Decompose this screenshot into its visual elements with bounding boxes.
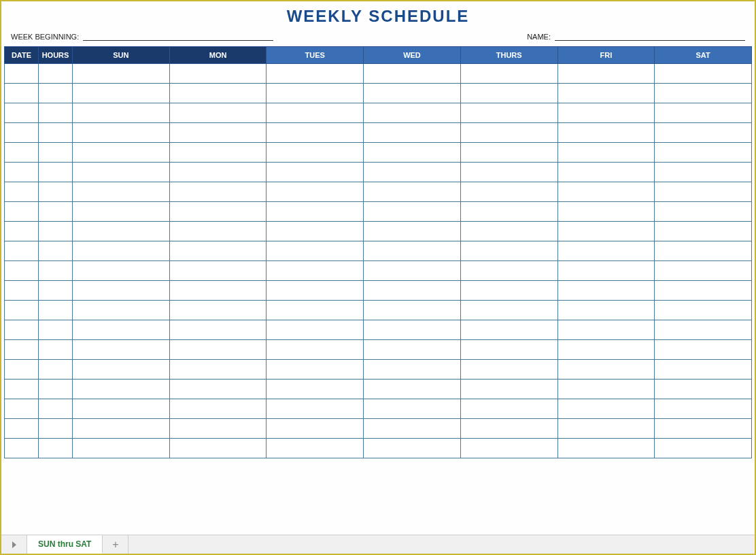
table-cell[interactable]: [655, 163, 752, 182]
table-cell[interactable]: [39, 261, 73, 281]
table-cell[interactable]: [5, 202, 39, 222]
table-cell[interactable]: [267, 419, 364, 439]
table-cell[interactable]: [655, 261, 752, 281]
table-cell[interactable]: [5, 123, 39, 143]
table-cell[interactable]: [267, 380, 364, 399]
table-cell[interactable]: [169, 399, 267, 419]
table-cell[interactable]: [267, 64, 364, 84]
table-cell[interactable]: [655, 340, 752, 360]
table-cell[interactable]: [364, 419, 461, 439]
table-cell[interactable]: [169, 163, 267, 182]
table-cell[interactable]: [364, 64, 461, 84]
table-cell[interactable]: [267, 103, 364, 123]
table-cell[interactable]: [655, 439, 752, 458]
table-cell[interactable]: [5, 419, 39, 439]
table-cell[interactable]: [169, 340, 267, 360]
table-cell[interactable]: [364, 320, 461, 340]
table-cell[interactable]: [655, 399, 752, 419]
table-cell[interactable]: [5, 163, 39, 182]
table-cell[interactable]: [364, 360, 461, 380]
table-cell[interactable]: [460, 380, 557, 399]
table-cell[interactable]: [557, 360, 655, 380]
table-cell[interactable]: [169, 123, 267, 143]
table-cell[interactable]: [5, 241, 39, 261]
table-cell[interactable]: [267, 301, 364, 320]
table-cell[interactable]: [557, 163, 655, 182]
table-cell[interactable]: [460, 360, 557, 380]
table-cell[interactable]: [39, 182, 73, 202]
table-cell[interactable]: [73, 103, 170, 123]
table-cell[interactable]: [557, 320, 655, 340]
table-cell[interactable]: [39, 301, 73, 320]
table-cell[interactable]: [655, 241, 752, 261]
table-cell[interactable]: [655, 281, 752, 301]
table-cell[interactable]: [267, 281, 364, 301]
table-cell[interactable]: [5, 281, 39, 301]
tab-scroll-right-button[interactable]: [1, 535, 27, 554]
table-cell[interactable]: [460, 301, 557, 320]
table-cell[interactable]: [364, 340, 461, 360]
table-cell[interactable]: [39, 222, 73, 241]
table-cell[interactable]: [169, 320, 267, 340]
table-cell[interactable]: [267, 439, 364, 458]
table-cell[interactable]: [39, 439, 73, 458]
table-cell[interactable]: [39, 380, 73, 399]
table-cell[interactable]: [460, 340, 557, 360]
table-cell[interactable]: [5, 320, 39, 340]
table-cell[interactable]: [169, 281, 267, 301]
table-cell[interactable]: [73, 202, 170, 222]
table-cell[interactable]: [73, 281, 170, 301]
table-cell[interactable]: [557, 123, 655, 143]
table-cell[interactable]: [557, 222, 655, 241]
table-cell[interactable]: [655, 182, 752, 202]
table-cell[interactable]: [39, 202, 73, 222]
table-cell[interactable]: [460, 103, 557, 123]
table-cell[interactable]: [460, 202, 557, 222]
table-cell[interactable]: [39, 320, 73, 340]
table-cell[interactable]: [169, 439, 267, 458]
table-cell[interactable]: [460, 143, 557, 163]
table-cell[interactable]: [267, 84, 364, 103]
table-cell[interactable]: [267, 399, 364, 419]
name-field[interactable]: [555, 31, 745, 41]
table-cell[interactable]: [460, 439, 557, 458]
table-cell[interactable]: [364, 281, 461, 301]
table-cell[interactable]: [39, 340, 73, 360]
table-cell[interactable]: [267, 182, 364, 202]
table-cell[interactable]: [39, 241, 73, 261]
table-cell[interactable]: [5, 380, 39, 399]
table-cell[interactable]: [5, 84, 39, 103]
table-cell[interactable]: [460, 241, 557, 261]
table-cell[interactable]: [5, 64, 39, 84]
table-cell[interactable]: [655, 360, 752, 380]
table-cell[interactable]: [267, 143, 364, 163]
table-cell[interactable]: [557, 301, 655, 320]
table-cell[interactable]: [557, 202, 655, 222]
table-cell[interactable]: [39, 84, 73, 103]
table-cell[interactable]: [169, 419, 267, 439]
table-cell[interactable]: [267, 320, 364, 340]
table-cell[interactable]: [557, 419, 655, 439]
table-cell[interactable]: [5, 399, 39, 419]
table-cell[interactable]: [169, 301, 267, 320]
table-cell[interactable]: [364, 182, 461, 202]
table-cell[interactable]: [364, 261, 461, 281]
table-cell[interactable]: [460, 419, 557, 439]
table-cell[interactable]: [267, 163, 364, 182]
table-cell[interactable]: [169, 103, 267, 123]
table-cell[interactable]: [267, 360, 364, 380]
table-cell[interactable]: [364, 222, 461, 241]
table-cell[interactable]: [460, 84, 557, 103]
table-cell[interactable]: [364, 380, 461, 399]
table-cell[interactable]: [267, 123, 364, 143]
table-cell[interactable]: [557, 241, 655, 261]
table-cell[interactable]: [460, 281, 557, 301]
table-cell[interactable]: [655, 64, 752, 84]
table-cell[interactable]: [5, 261, 39, 281]
table-cell[interactable]: [169, 380, 267, 399]
table-cell[interactable]: [5, 439, 39, 458]
table-cell[interactable]: [73, 301, 170, 320]
table-cell[interactable]: [73, 222, 170, 241]
table-cell[interactable]: [655, 320, 752, 340]
table-cell[interactable]: [460, 320, 557, 340]
